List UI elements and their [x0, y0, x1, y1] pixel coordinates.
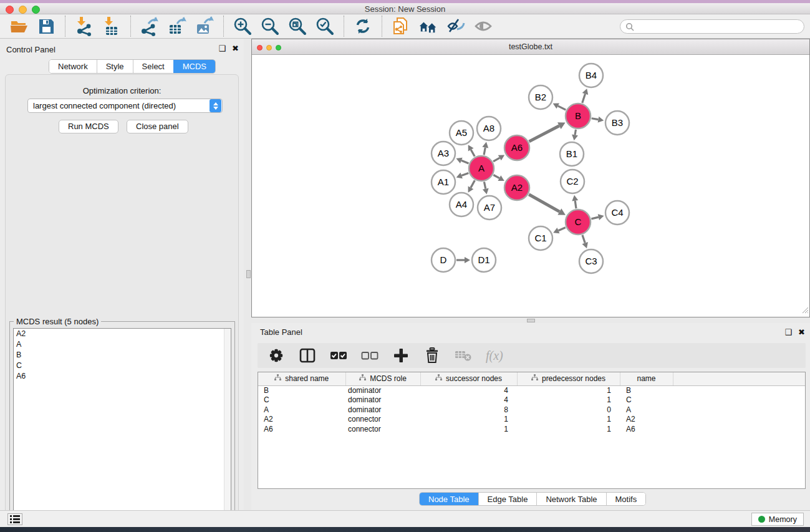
table-row[interactable]: A2connector11A2	[258, 415, 806, 425]
gear-icon[interactable]	[268, 347, 285, 364]
column-header-shared-name[interactable]: shared name	[258, 372, 345, 385]
cell[interactable]: dominator	[345, 385, 420, 395]
scrollbar-track[interactable]	[224, 329, 231, 527]
edge-B-B1[interactable]	[575, 130, 576, 135]
cell[interactable]: A6	[620, 424, 673, 434]
close-panel-button[interactable]: Close panel	[127, 120, 188, 133]
close-panel-icon[interactable]: ✖	[798, 327, 805, 337]
mcds-result-item[interactable]: C	[14, 360, 231, 371]
edge-B-B2[interactable]	[558, 106, 566, 110]
edge-B-B4[interactable]	[582, 94, 586, 103]
edge-A-A4[interactable]	[471, 180, 475, 188]
cell[interactable]: A2	[620, 415, 673, 425]
vertical-splitter-handle[interactable]	[246, 270, 251, 278]
cell[interactable]	[673, 405, 806, 415]
export-table-icon[interactable]	[167, 16, 187, 36]
cell[interactable]: 1	[517, 424, 620, 434]
cell[interactable]	[673, 424, 806, 434]
mcds-result-item[interactable]: A2	[14, 329, 231, 339]
resize-grip-icon[interactable]	[801, 305, 809, 316]
mcds-result-item[interactable]: B	[14, 350, 231, 360]
close-panel-icon[interactable]: ✖	[232, 44, 239, 53]
cell[interactable]: connector	[345, 415, 420, 425]
zoom-selected-icon[interactable]	[315, 16, 335, 36]
tab-network[interactable]: Network	[49, 60, 97, 73]
run-mcds-button[interactable]: Run MCDS	[59, 120, 118, 133]
cell[interactable]	[673, 385, 806, 395]
edge-A-A1[interactable]	[461, 173, 468, 175]
column-header-MCDS-role[interactable]: MCDS role	[345, 372, 420, 385]
cell[interactable]: 1	[517, 395, 620, 405]
cell[interactable]: 0	[517, 405, 620, 415]
edge-C-C4[interactable]	[591, 217, 598, 219]
table-row[interactable]: A6connector11A6	[258, 424, 806, 434]
table-row[interactable]: Cdominator41C	[258, 395, 806, 405]
cell[interactable]: 1	[517, 385, 620, 395]
mcds-result-item[interactable]: A6	[14, 371, 231, 382]
cell[interactable]: B	[620, 385, 673, 395]
cell[interactable]: 8	[420, 405, 517, 415]
optimization-criterion-select[interactable]: largest connected component (directed)	[27, 99, 223, 113]
network-window-titlebar[interactable]: testGlobe.txt	[252, 39, 809, 55]
zoom-out-icon[interactable]	[260, 16, 280, 36]
float-panel-icon[interactable]: ❑	[218, 44, 226, 53]
save-session-icon[interactable]	[36, 16, 56, 36]
import-network-icon[interactable]	[74, 16, 94, 36]
column-header-successor-nodes[interactable]: successor nodes	[420, 372, 517, 385]
cell[interactable]: C	[620, 395, 673, 405]
tab-network-table[interactable]: Network Table	[536, 493, 605, 505]
task-history-button[interactable]	[7, 513, 22, 525]
network-graph[interactable]: B4B2BB3A5A8A6B1A3AA1C2A2A4A7C4CC1DD1C3	[252, 55, 809, 317]
node-table[interactable]: shared nameMCDS rolesuccessor nodesprede…	[258, 372, 806, 489]
edge-A2-C[interactable]	[529, 195, 559, 212]
search-input[interactable]	[637, 22, 804, 31]
edge-A-A3[interactable]	[461, 160, 469, 163]
cell[interactable]: 4	[420, 395, 517, 405]
edge-A-A6[interactable]	[493, 158, 499, 162]
cell[interactable]	[673, 415, 806, 425]
mcds-result-list[interactable]: A2ABCA6	[13, 328, 231, 528]
tab-edge-table[interactable]: Edge Table	[478, 493, 537, 505]
cell[interactable]: B	[258, 385, 345, 395]
edge-B-B3[interactable]	[592, 118, 599, 120]
horizontal-splitter-handle[interactable]	[527, 319, 535, 322]
deselect-all-icon[interactable]	[361, 347, 378, 364]
add-icon[interactable]	[392, 347, 410, 364]
edge-C-C3[interactable]	[582, 235, 585, 243]
cell[interactable]: A	[620, 405, 673, 415]
edge-A6-B[interactable]	[529, 126, 559, 142]
delete-icon[interactable]	[423, 347, 441, 364]
search-field[interactable]	[620, 19, 804, 34]
tab-motifs[interactable]: Motifs	[606, 493, 646, 505]
cell[interactable]: 1	[420, 415, 517, 425]
column-header-name[interactable]: name	[620, 372, 673, 385]
import-table-icon[interactable]	[102, 16, 122, 36]
edge-A-A7[interactable]	[484, 182, 485, 189]
open-file-icon[interactable]	[9, 16, 29, 36]
edge-C-C2[interactable]	[575, 201, 576, 209]
cell[interactable]: C	[258, 395, 345, 405]
show-graphics-details-icon[interactable]	[473, 16, 493, 36]
cell[interactable]: 1	[420, 424, 517, 434]
tab-select[interactable]: Select	[133, 60, 173, 73]
cell[interactable]: dominator	[345, 395, 420, 405]
tab-node-table[interactable]: Node Table	[420, 493, 478, 505]
cell[interactable]: 1	[517, 415, 620, 425]
cell[interactable]: 4	[420, 385, 517, 395]
cell[interactable]: A2	[258, 415, 345, 425]
columns-icon[interactable]	[299, 347, 316, 364]
cell[interactable]: dominator	[345, 405, 420, 415]
hide-graphics-details-icon[interactable]	[446, 16, 466, 36]
float-panel-icon[interactable]: ❑	[784, 327, 792, 337]
network-snapshot-icon[interactable]	[391, 16, 411, 36]
column-header-predecessor-nodes[interactable]: predecessor nodes	[517, 372, 620, 385]
cybrowser-home-icon[interactable]	[418, 16, 438, 36]
mcds-result-item[interactable]: A	[14, 339, 231, 350]
cell[interactable]	[673, 395, 806, 405]
table-row[interactable]: Adominator80A	[258, 405, 806, 415]
edge-A-A8[interactable]	[484, 147, 485, 155]
export-network-icon[interactable]	[140, 16, 160, 36]
table-row[interactable]: Bdominator41B	[258, 385, 806, 395]
zoom-fit-icon[interactable]	[287, 16, 307, 36]
memory-button[interactable]: Memory	[751, 513, 804, 526]
